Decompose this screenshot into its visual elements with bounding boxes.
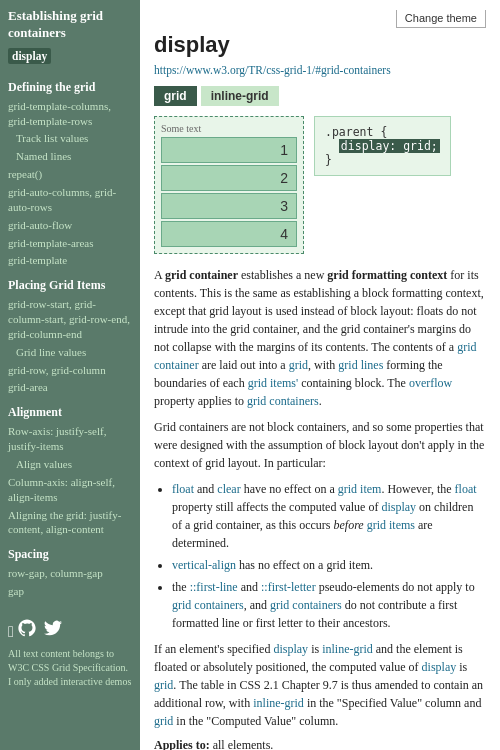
link-grid-3[interactable]: grid xyxy=(154,714,173,728)
sidebar-link-col-axis[interactable]: Column-axis: align-self, align-items xyxy=(8,475,132,505)
code-closing: } xyxy=(325,153,332,167)
link-overflow[interactable]: overflow xyxy=(409,376,452,390)
sidebar-active-item[interactable]: display xyxy=(8,48,51,64)
sidebar-link-auto-flow[interactable]: grid-auto-flow xyxy=(8,218,132,233)
list-item-1: float and clear have no effect on a grid… xyxy=(172,480,486,552)
sidebar-link-row-col-start-end[interactable]: grid-row-start, grid-column-start, grid-… xyxy=(8,297,132,342)
sidebar-link-row-axis[interactable]: Row-axis: justify-self, justify-items xyxy=(8,424,132,454)
twitter-icon[interactable] xyxy=(44,619,62,641)
code-box: .parent { display: grid; } xyxy=(314,116,451,176)
demo-item-1: 1 xyxy=(161,137,297,163)
list-item-3: the ::first-line and ::first-letter pseu… xyxy=(172,578,486,632)
link-clear[interactable]: clear xyxy=(217,482,240,496)
sidebar-link-track-list[interactable]: Track list values xyxy=(8,131,132,146)
applies-line: Applies to: all elements. xyxy=(154,738,486,750)
sidebar-link-grid-area[interactable]: grid-area xyxy=(8,380,132,395)
page-url-link[interactable]: https://www.w3.org/TR/css-grid-1/#grid-c… xyxy=(154,64,486,76)
demo-label: Some text xyxy=(161,123,297,134)
main-list: float and clear have no effect on a grid… xyxy=(172,480,486,632)
main-paragraph-1: A grid container establishes a new grid … xyxy=(154,266,486,410)
sidebar-section-defining: Defining the grid xyxy=(8,80,132,95)
badge-grid[interactable]: grid xyxy=(154,86,197,106)
page-title: display xyxy=(154,32,486,58)
link-display-3[interactable]: display xyxy=(422,660,457,674)
link-grid-containers-1[interactable]: grid containers xyxy=(247,394,319,408)
link-grid[interactable]: grid xyxy=(289,358,308,372)
sidebar-link-template-cols-rows[interactable]: grid-template-columns, grid-template-row… xyxy=(8,99,132,129)
demo-item-3: 3 xyxy=(161,193,297,219)
link-float[interactable]: float xyxy=(172,482,194,496)
demo-grid-inner: 1 2 3 4 xyxy=(161,137,297,247)
link-first-line[interactable]: ::first-line xyxy=(190,580,238,594)
demo-area: Some text 1 2 3 4 .parent { display: gri… xyxy=(154,116,486,254)
link-grid-items[interactable]: grid items' xyxy=(248,376,299,390)
link-display-2[interactable]: display xyxy=(273,642,308,656)
sidebar-link-gap[interactable]: gap xyxy=(8,584,132,599)
link-grid-items-2[interactable]: grid items xyxy=(367,518,415,532)
sidebar-link-row-col-gap[interactable]: row-gap, column-gap xyxy=(8,566,132,581)
sidebar-section-alignment: Alignment xyxy=(8,405,132,420)
sidebar-link-grid-template[interactable]: grid-template xyxy=(8,253,132,268)
sidebar-link-aligning-grid[interactable]: Aligning the grid: justify-content, alig… xyxy=(8,508,132,538)
link-grid-item-1[interactable]: grid item xyxy=(338,482,382,496)
sidebar: Establishing grid containers display Def… xyxy=(0,0,140,750)
code-display-line: display: grid; xyxy=(339,139,440,153)
change-theme-button[interactable]: Change theme xyxy=(396,10,486,28)
sidebar-footer:  All text content belongs to W3C CSS Gr… xyxy=(8,619,132,689)
sidebar-link-align-values[interactable]: Align values xyxy=(8,457,132,472)
main-paragraph-2: Grid containers are not block containers… xyxy=(154,418,486,472)
link-grid-containers-2[interactable]: grid containers xyxy=(172,598,244,612)
badge-inline-grid[interactable]: inline-grid xyxy=(201,86,279,106)
link-float-2[interactable]: float xyxy=(455,482,477,496)
main-content: Change theme display https://www.w3.org/… xyxy=(140,0,500,750)
code-parent-label: .parent { xyxy=(325,125,387,139)
github-icon[interactable]:  xyxy=(8,619,36,641)
sidebar-link-named-lines[interactable]: Named lines xyxy=(8,149,132,164)
main-paragraph-3: If an element's specified display is inl… xyxy=(154,640,486,730)
link-grid-container-1[interactable]: grid container xyxy=(154,340,477,372)
link-inline-grid-2[interactable]: inline-grid xyxy=(253,696,304,710)
sidebar-section-placing: Placing Grid Items xyxy=(8,278,132,293)
sidebar-link-repeat[interactable]: repeat() xyxy=(8,167,132,182)
link-inline-grid[interactable]: inline-grid xyxy=(322,642,373,656)
demo-grid-container: Some text 1 2 3 4 xyxy=(154,116,304,254)
demo-item-2: 2 xyxy=(161,165,297,191)
sidebar-section-spacing: Spacing xyxy=(8,547,132,562)
sidebar-main-title: Establishing grid containers xyxy=(8,8,132,42)
link-grid-lines[interactable]: grid lines xyxy=(338,358,383,372)
display-badges: grid inline-grid xyxy=(154,86,486,106)
link-grid-2[interactable]: grid xyxy=(154,678,173,692)
sidebar-footer-text: All text content belongs to W3C CSS Grid… xyxy=(8,647,132,689)
link-vertical-align[interactable]: vertical-align xyxy=(172,558,236,572)
sidebar-link-grid-row-col[interactable]: grid-row, grid-column xyxy=(8,363,132,378)
link-grid-containers-3[interactable]: grid containers xyxy=(270,598,342,612)
link-first-letter[interactable]: ::first-letter xyxy=(261,580,316,594)
link-display[interactable]: display xyxy=(381,500,416,514)
list-item-2: vertical-align has no effect on a grid i… xyxy=(172,556,486,574)
sidebar-link-auto-cols-rows[interactable]: grid-auto-columns, grid-auto-rows xyxy=(8,185,132,215)
sidebar-link-template-areas[interactable]: grid-template-areas xyxy=(8,236,132,251)
demo-item-4: 4 xyxy=(161,221,297,247)
sidebar-footer-icons:  xyxy=(8,619,132,641)
sidebar-link-grid-line-values[interactable]: Grid line values xyxy=(8,345,132,360)
